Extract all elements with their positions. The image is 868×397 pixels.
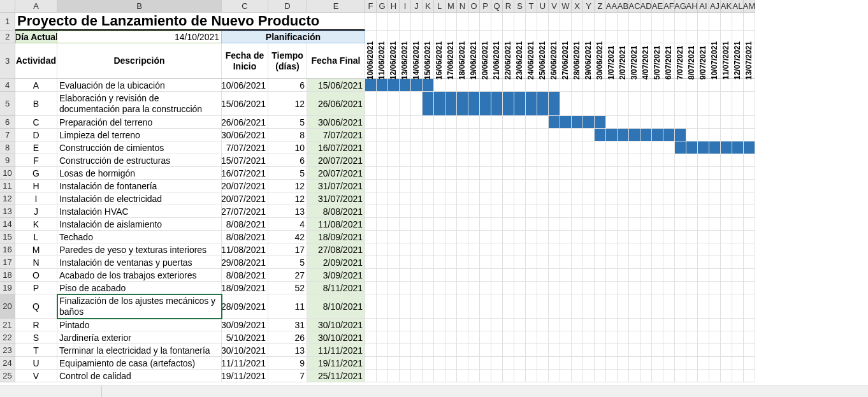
gantt-cell[interactable] — [457, 243, 468, 256]
gantt-cell[interactable] — [434, 294, 445, 319]
gantt-cell[interactable] — [549, 167, 560, 180]
task-end-date[interactable]: 30/06/2021 — [307, 116, 365, 129]
gantt-cell[interactable] — [721, 256, 732, 269]
task-days[interactable]: 13 — [268, 344, 307, 357]
gantt-cell[interactable] — [709, 231, 721, 243]
gantt-cell[interactable] — [652, 331, 663, 344]
gantt-cell[interactable] — [526, 116, 537, 129]
gantt-cell[interactable] — [537, 294, 549, 319]
gantt-cell[interactable] — [491, 79, 503, 92]
gantt-cell[interactable] — [491, 357, 503, 370]
gantt-cell[interactable] — [652, 167, 663, 180]
gantt-cell[interactable] — [618, 180, 629, 192]
gantt-cell[interactable] — [549, 282, 560, 294]
gantt-cell[interactable] — [606, 331, 618, 344]
gantt-cell[interactable] — [457, 129, 468, 141]
gantt-cell[interactable] — [721, 180, 732, 192]
gantt-cell[interactable] — [709, 243, 721, 256]
gantt-cell[interactable] — [618, 256, 629, 269]
gantt-cell[interactable] — [583, 13, 595, 31]
row-header-10[interactable]: 10 — [0, 167, 15, 180]
gantt-cell[interactable] — [377, 344, 388, 357]
gantt-cell[interactable] — [652, 243, 663, 256]
gantt-cell[interactable] — [480, 370, 491, 382]
task-start-date[interactable]: 8/08/2021 — [222, 231, 268, 243]
col-header-Y[interactable]: Y — [583, 0, 595, 13]
col-header-AG[interactable]: AG — [675, 0, 686, 13]
gantt-cell[interactable] — [583, 269, 595, 282]
gantt-cell[interactable] — [721, 231, 732, 243]
task-start-date[interactable]: 20/07/2021 — [222, 192, 268, 205]
gantt-cell[interactable] — [400, 331, 411, 344]
task-start-date[interactable]: 28/09/2021 — [222, 294, 268, 319]
gantt-cell[interactable] — [721, 344, 732, 357]
gantt-cell[interactable] — [468, 370, 480, 382]
gantt-cell[interactable] — [468, 205, 480, 218]
gantt-cell[interactable] — [514, 154, 526, 167]
gantt-cell[interactable] — [365, 92, 377, 116]
task-days[interactable]: 17 — [268, 243, 307, 256]
gantt-cell[interactable] — [400, 192, 411, 205]
gantt-cell[interactable] — [400, 357, 411, 370]
gantt-cell[interactable] — [686, 180, 698, 192]
gantt-cell[interactable] — [434, 344, 445, 357]
gantt-cell[interactable] — [629, 92, 640, 116]
gantt-cell[interactable] — [377, 92, 388, 116]
gantt-cell[interactable] — [686, 319, 698, 331]
gantt-cell[interactable] — [606, 231, 618, 243]
gantt-cell[interactable] — [595, 167, 606, 180]
gantt-cell[interactable] — [480, 357, 491, 370]
task-days[interactable]: 10 — [268, 141, 307, 154]
gantt-cell[interactable] — [595, 192, 606, 205]
gantt-cell[interactable] — [572, 231, 583, 243]
task-days[interactable]: 13 — [268, 205, 307, 218]
gantt-cell[interactable] — [572, 218, 583, 231]
gantt-cell[interactable] — [721, 192, 732, 205]
gantt-cell[interactable] — [583, 231, 595, 243]
gantt-cell[interactable] — [445, 256, 457, 269]
gantt-cell[interactable] — [663, 331, 675, 344]
gantt-cell[interactable] — [503, 370, 514, 382]
gantt-cell[interactable] — [572, 205, 583, 218]
gantt-bar-segment[interactable] — [468, 92, 480, 116]
gantt-cell[interactable] — [503, 218, 514, 231]
gantt-cell[interactable] — [675, 256, 686, 269]
gantt-cell[interactable] — [491, 344, 503, 357]
gantt-cell[interactable] — [514, 129, 526, 141]
gantt-cell[interactable] — [423, 218, 434, 231]
gantt-bar-segment[interactable] — [698, 141, 709, 154]
gantt-cell[interactable] — [388, 243, 400, 256]
gantt-cell[interactable] — [377, 116, 388, 129]
task-days[interactable]: 4 — [268, 218, 307, 231]
task-end-date[interactable]: 26/06/2021 — [307, 92, 365, 116]
gantt-cell[interactable] — [698, 294, 709, 319]
gantt-cell[interactable] — [595, 79, 606, 92]
task-end-date[interactable]: 31/07/2021 — [307, 192, 365, 205]
gantt-cell[interactable] — [503, 192, 514, 205]
gantt-cell[interactable] — [434, 13, 445, 31]
gantt-cell[interactable] — [549, 79, 560, 92]
gantt-cell[interactable] — [686, 13, 698, 31]
gantt-cell[interactable] — [721, 294, 732, 319]
gantt-cell[interactable] — [377, 218, 388, 231]
gantt-cell[interactable] — [744, 243, 755, 256]
task-description[interactable]: Losas de hormigón — [57, 167, 222, 180]
gantt-cell[interactable] — [468, 116, 480, 129]
gantt-cell[interactable] — [709, 319, 721, 331]
gantt-cell[interactable] — [675, 13, 686, 31]
gantt-cell[interactable] — [434, 243, 445, 256]
gantt-cell[interactable] — [491, 256, 503, 269]
gantt-cell[interactable] — [652, 294, 663, 319]
task-days[interactable]: 8 — [268, 129, 307, 141]
gantt-cell[interactable] — [514, 269, 526, 282]
gantt-cell[interactable] — [388, 218, 400, 231]
gantt-cell[interactable] — [365, 141, 377, 154]
gantt-cell[interactable] — [491, 218, 503, 231]
gantt-cell[interactable] — [549, 370, 560, 382]
gantt-cell[interactable] — [423, 282, 434, 294]
gantt-cell[interactable] — [480, 167, 491, 180]
row-header-17[interactable]: 17 — [0, 256, 15, 269]
col-header-S[interactable]: S — [514, 0, 526, 13]
gantt-cell[interactable] — [411, 231, 423, 243]
gantt-cell[interactable] — [629, 231, 640, 243]
